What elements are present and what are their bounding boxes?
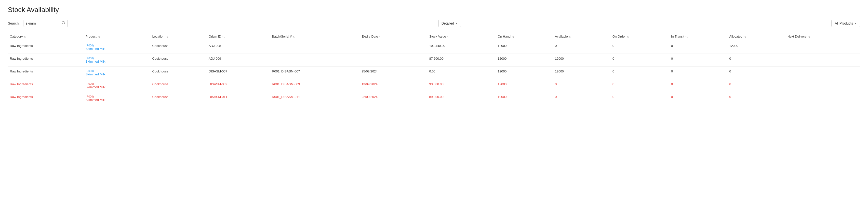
col-header-on_order[interactable]: On Order↑↓ bbox=[611, 32, 669, 41]
cell-product: (R000)Skimmed Milk bbox=[84, 79, 150, 92]
col-header-in_transit[interactable]: In Transit↑↓ bbox=[669, 32, 727, 41]
cell-origin-id: ADJ-009 bbox=[207, 54, 270, 66]
cell-category: Raw Ingredients bbox=[8, 79, 84, 92]
product-name[interactable]: Skimmed Milk bbox=[86, 73, 149, 76]
col-header-expiry_date[interactable]: Expiry Date↑↓ bbox=[360, 32, 427, 41]
cell-allocated: 0 bbox=[727, 54, 785, 66]
svg-line-1 bbox=[64, 24, 65, 24]
col-header-stock_value[interactable]: Stock Value↑↓ bbox=[427, 32, 496, 41]
cell-batch-serial bbox=[270, 54, 360, 66]
cell-on-hand: 12000 bbox=[496, 41, 553, 54]
col-header-allocated[interactable]: Allocated↑↓ bbox=[727, 32, 785, 41]
cell-product: (R000)Skimmed Milk bbox=[84, 54, 150, 66]
cell-on-hand: 12000 bbox=[496, 66, 553, 79]
sort-icon-allocated: ↑↓ bbox=[743, 35, 746, 38]
sort-icon-product: ↑↓ bbox=[97, 35, 100, 38]
cell-product: (R000)Skimmed Milk bbox=[84, 66, 150, 79]
search-input[interactable] bbox=[26, 21, 60, 25]
sort-icon-category: ↑↓ bbox=[24, 35, 27, 38]
sort-icon-on_hand: ↑↓ bbox=[512, 35, 514, 38]
col-label-available: Available bbox=[555, 35, 568, 38]
cell-on-order: 0 bbox=[611, 92, 669, 105]
cell-location: Cookhouse bbox=[150, 41, 207, 54]
cell-on-order: 0 bbox=[611, 54, 669, 66]
cell-location: Cookhouse bbox=[150, 54, 207, 66]
cell-category: Raw Ingredients bbox=[8, 66, 84, 79]
cell-on-order: 0 bbox=[611, 66, 669, 79]
col-label-product: Product bbox=[86, 35, 97, 38]
cell-on-hand: 12000 bbox=[496, 54, 553, 66]
col-header-location[interactable]: Location↑↓ bbox=[150, 32, 207, 41]
cell-next-delivery bbox=[785, 41, 860, 54]
sort-icon-in_transit: ↑↓ bbox=[685, 35, 688, 38]
cell-next-delivery bbox=[785, 54, 860, 66]
cell-in-transit: 0 bbox=[669, 54, 727, 66]
sort-icon-next_delivery: ↑↓ bbox=[807, 35, 810, 38]
cell-on-order: 0 bbox=[611, 79, 669, 92]
sort-icon-available: ↑↓ bbox=[569, 35, 571, 38]
col-header-category[interactable]: Category↑↓ bbox=[8, 32, 84, 41]
col-label-in_transit: In Transit bbox=[671, 35, 684, 38]
col-header-origin_id[interactable]: Origin ID↑↓ bbox=[207, 32, 270, 41]
cell-origin-id: ADJ-008 bbox=[207, 41, 270, 54]
sort-icon-stock_value: ↑↓ bbox=[447, 35, 450, 38]
cell-available: 0 bbox=[553, 92, 610, 105]
cell-expiry-date: 25/08/2024 bbox=[360, 66, 427, 79]
cell-stock-value: 89 900.00 bbox=[427, 92, 496, 105]
cell-available: 12000 bbox=[553, 66, 610, 79]
chevron-down-icon: ▼ bbox=[855, 22, 857, 25]
cell-category: Raw Ingredients bbox=[8, 92, 84, 105]
product-ref: (R000) bbox=[86, 95, 149, 98]
toolbar: Search: Detailed ▼ All Products ▼ bbox=[8, 20, 860, 27]
col-label-on_hand: On Hand bbox=[498, 35, 510, 38]
cell-location: Cookhouse bbox=[150, 66, 207, 79]
cell-stock-value: 87 600.00 bbox=[427, 54, 496, 66]
cell-on-order: 0 bbox=[611, 41, 669, 54]
cell-in-transit: 0 bbox=[669, 41, 727, 54]
cell-allocated: 0 bbox=[727, 79, 785, 92]
col-header-next_delivery[interactable]: Next Delivery↑↓ bbox=[785, 32, 860, 41]
product-ref: (R000) bbox=[86, 44, 149, 47]
product-ref: (R000) bbox=[86, 57, 149, 60]
cell-allocated: 0 bbox=[727, 92, 785, 105]
col-header-batch_serial[interactable]: Batch/Serial #↑↓ bbox=[270, 32, 360, 41]
col-label-stock_value: Stock Value bbox=[429, 35, 446, 38]
cell-expiry-date bbox=[360, 54, 427, 66]
product-ref: (R000) bbox=[86, 82, 149, 85]
cell-batch-serial bbox=[270, 41, 360, 54]
cell-available: 0 bbox=[553, 79, 610, 92]
cell-location: Cookhouse bbox=[150, 92, 207, 105]
cell-category: Raw Ingredients bbox=[8, 41, 84, 54]
cell-location: Cookhouse bbox=[150, 79, 207, 92]
sort-icon-origin_id: ↑↓ bbox=[222, 35, 225, 38]
col-label-origin_id: Origin ID bbox=[209, 35, 221, 38]
search-label: Search: bbox=[8, 21, 20, 25]
cell-batch-serial: R001_DISASM-009 bbox=[270, 79, 360, 92]
col-header-available[interactable]: Available↑↓ bbox=[553, 32, 610, 41]
cell-allocated: 0 bbox=[727, 66, 785, 79]
cell-on-hand: 10000 bbox=[496, 92, 553, 105]
product-name[interactable]: Skimmed Milk bbox=[86, 60, 149, 63]
product-name[interactable]: Skimmed Milk bbox=[86, 47, 149, 51]
chevron-down-icon: ▼ bbox=[456, 22, 458, 25]
col-label-expiry_date: Expiry Date bbox=[362, 35, 378, 38]
cell-origin-id: DISASM-007 bbox=[207, 66, 270, 79]
col-label-on_order: On Order bbox=[613, 35, 626, 38]
col-label-allocated: Allocated bbox=[730, 35, 742, 38]
cell-next-delivery bbox=[785, 66, 860, 79]
col-header-on_hand[interactable]: On Hand↑↓ bbox=[496, 32, 553, 41]
product-ref: (R000) bbox=[86, 70, 149, 73]
product-name[interactable]: Skimmed Milk bbox=[86, 85, 149, 89]
col-header-product[interactable]: Product↑↓ bbox=[84, 32, 150, 41]
cell-product: (R000)Skimmed Milk bbox=[84, 41, 150, 54]
cell-expiry-date: 22/09/2024 bbox=[360, 92, 427, 105]
cell-origin-id: DISASM-009 bbox=[207, 79, 270, 92]
col-label-next_delivery: Next Delivery bbox=[787, 35, 806, 38]
col-label-location: Location bbox=[152, 35, 164, 38]
product-name[interactable]: Skimmed Milk bbox=[86, 98, 149, 102]
table-row: Raw Ingredients(R000)Skimmed MilkCookhou… bbox=[8, 79, 860, 92]
cell-next-delivery bbox=[785, 92, 860, 105]
sort-icon-expiry_date: ↑↓ bbox=[379, 35, 382, 38]
all-products-dropdown[interactable]: All Products ▼ bbox=[831, 20, 860, 27]
detailed-dropdown[interactable]: Detailed ▼ bbox=[438, 20, 461, 27]
